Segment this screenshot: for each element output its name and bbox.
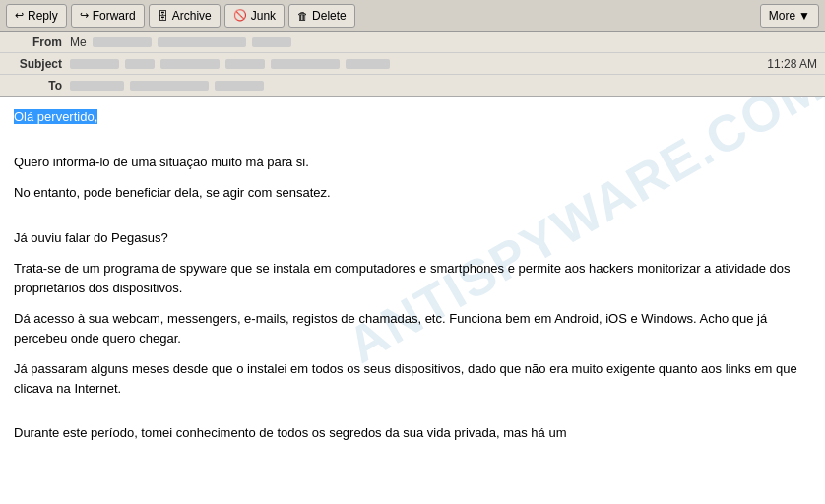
from-value-container: Me (70, 35, 817, 49)
delete-button[interactable]: 🗑 Delete (288, 4, 355, 28)
delete-label: Delete (312, 9, 347, 23)
para5: Dá acesso à sua webcam, messengers, e-ma… (14, 309, 811, 347)
subject-word3 (160, 59, 220, 69)
highlighted-greeting: Olá pervertido, (14, 109, 97, 124)
to-row: To (0, 75, 825, 96)
para7: Durante este período, tomei conhecimento… (14, 423, 811, 443)
junk-label: Junk (251, 9, 276, 23)
subject-word2 (125, 59, 155, 69)
junk-icon: 🚫 (233, 9, 247, 22)
to-value3 (215, 81, 264, 91)
forward-button[interactable]: ↪ Forward (71, 4, 145, 28)
archive-label: Archive (172, 9, 212, 23)
para2: No entanto, pode beneficiar dela, se agi… (14, 183, 811, 203)
archive-button[interactable]: 🗄 Archive (149, 4, 221, 28)
from-extra-blurred (252, 37, 291, 47)
greeting-paragraph: Olá pervertido, (14, 107, 811, 127)
subject-word1 (70, 59, 119, 69)
email-body: ANTISPYWARE.COM Olá pervertido, Quero in… (0, 97, 825, 504)
to-value2 (130, 81, 209, 91)
para6: Já passaram alguns meses desde que o ins… (14, 359, 811, 398)
subject-word4 (225, 59, 265, 69)
more-label: More (769, 9, 795, 23)
from-row: From Me (0, 32, 825, 53)
para1: Quero informá-lo de uma situação muito m… (14, 153, 811, 172)
subject-word6 (346, 59, 390, 69)
archive-icon: 🗄 (158, 10, 168, 22)
to-label: To (8, 79, 62, 93)
from-name-blurred (158, 37, 246, 47)
from-me: Me (70, 35, 87, 49)
reply-button[interactable]: ↩ Reply (6, 4, 67, 28)
para4: Trata-se de um programa de spyware que s… (14, 259, 811, 297)
junk-button[interactable]: 🚫 Junk (224, 4, 285, 28)
more-chevron-icon: ▼ (798, 9, 810, 23)
reply-icon: ↩ (15, 9, 24, 22)
from-label: From (8, 35, 62, 49)
subject-row: Subject 11:28 AM (0, 53, 825, 75)
subject-word5 (271, 59, 340, 69)
delete-icon: 🗑 (297, 10, 308, 22)
para3: Já ouviu falar do Pegasus? (14, 228, 811, 248)
from-email-blurred (93, 37, 152, 47)
more-button[interactable]: More ▼ (760, 4, 819, 28)
email-time: 11:28 AM (757, 57, 817, 71)
forward-label: Forward (93, 9, 136, 23)
reply-label: Reply (28, 9, 58, 23)
subject-label: Subject (8, 57, 62, 71)
forward-icon: ↪ (80, 9, 89, 22)
email-header: From Me Subject 11:28 AM To (0, 32, 825, 97)
to-value1 (70, 81, 124, 91)
body-content: Olá pervertido, Quero informá-lo de uma … (14, 107, 811, 443)
email-toolbar: ↩ Reply ↪ Forward 🗄 Archive 🚫 Junk 🗑 Del… (0, 0, 825, 32)
